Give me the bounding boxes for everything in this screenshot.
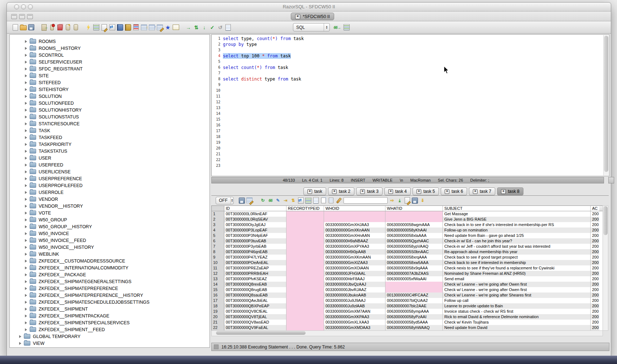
table-cell[interactable]: 200	[591, 287, 599, 292]
table-cell[interactable]: 200	[591, 271, 599, 276]
table-cell[interactable]: 00T3000000P3N4pEAF	[224, 233, 286, 238]
table-cell[interactable]: 00T3000000QV9FaEAL	[224, 325, 286, 330]
tree-item-zkfedex__shipmatepreference__history[interactable]: ZKFEDEX__SHIPMATEPREFERENCE__HISTORY	[10, 292, 210, 299]
tree-item-vendor__history[interactable]: VENDOR__HISTORY	[10, 203, 210, 209]
disclosure-triangle-icon[interactable]	[25, 157, 27, 160]
table-cell[interactable]: 00T3000000L0RknEAF	[224, 211, 286, 217]
table-cell[interactable]: Leanne to provide update to Bain	[443, 303, 591, 309]
table-cell[interactable]: 200	[591, 222, 599, 228]
editor-line[interactable]: 18	[212, 134, 609, 140]
add-connection-icon[interactable]	[48, 23, 56, 31]
export-results-icon[interactable]: ⤓	[397, 197, 403, 204]
table-cell[interactable]: 006300000058xlaAAA	[385, 233, 443, 238]
close-document-icon[interactable]: ✕	[295, 14, 300, 19]
tree-item-zkfedex__shipmatepreference[interactable]: ZKFEDEX__SHIPMATEPREFERENCE	[10, 285, 210, 292]
disconnect-icon[interactable]	[56, 23, 64, 31]
sort-ascending-icon[interactable]	[148, 23, 156, 31]
table-cell[interactable]	[286, 238, 324, 244]
table-cell[interactable]: 006300000058yd5AAA	[385, 320, 443, 325]
results-horizontal-scrollbar[interactable]	[211, 330, 603, 336]
edit-filter-icon[interactable]	[246, 197, 253, 204]
tree-item-zkfedex__shipmatescheduledjobssettings[interactable]: ZKFEDEX__SHIPMATESCHEDULEDJOBSSETTINGS	[10, 299, 210, 306]
table-cell[interactable]: 00T3000000QV8TjEAL	[224, 314, 286, 320]
document-tab[interactable]: ✕ *SFDCW50 II	[291, 13, 334, 20]
tree-item-taskfeed[interactable]: TASKFEED	[10, 134, 210, 141]
table-cell[interactable]	[286, 255, 324, 260]
tree-item-w50_group__history[interactable]: W50_GROUP__HISTORY	[10, 223, 210, 230]
tree-item-solutionfeed[interactable]: SOLUTIONFEED	[10, 100, 210, 107]
result-tab-task-6[interactable]: ✕task 6	[441, 187, 467, 195]
table-cell[interactable]: 00T3000000QV8wsEAD	[224, 320, 286, 325]
columns-list-icon[interactable]	[305, 197, 311, 204]
window-expand-icon[interactable]	[27, 14, 33, 19]
table-cell[interactable]: 0033000000GmXIZAA3	[324, 260, 385, 265]
explain-plan-icon[interactable]	[92, 23, 100, 31]
tree-item-vote[interactable]: VOTE	[10, 209, 210, 216]
table-row[interactable]: 1700T3000000QAeJbEAL0033000000Ju9J9AAJ00…	[212, 298, 603, 303]
table-cell[interactable]: 00T3000000P46qnEAB	[224, 249, 286, 255]
close-tab-icon[interactable]: ✕	[360, 189, 365, 194]
refresh-results-icon[interactable]: ↻	[260, 197, 266, 204]
disclosure-triangle-icon[interactable]	[25, 116, 27, 118]
close-tab-icon[interactable]: ✕	[332, 189, 337, 194]
disclosure-triangle-icon[interactable]	[25, 177, 27, 180]
disclosure-triangle-icon[interactable]	[25, 280, 27, 283]
tree-item-userlicense[interactable]: USERLICENSE	[10, 168, 210, 175]
table-row[interactable]: 1300T3000000PfvKSEAZ0033000000HirF8AAJ00…	[212, 276, 603, 282]
save-file-icon[interactable]	[27, 23, 35, 31]
table-cell[interactable]: 0033000000GmXKPAA3	[324, 314, 385, 320]
table-cell[interactable]: 200	[591, 320, 599, 325]
tree-item-sitehistory[interactable]: SITEHISTORY	[10, 86, 210, 93]
table-cell[interactable]: 00T3000000L0RqSEAV	[224, 217, 286, 222]
tree-item-sfdc_registrant[interactable]: SFDC_REGISTRANT	[10, 65, 210, 72]
table-cell[interactable]: 0033000000GmXLXAA3	[324, 320, 385, 325]
rollback-icon[interactable]	[72, 23, 79, 31]
disclosure-triangle-icon[interactable]	[25, 40, 27, 43]
table-cell[interactable]: Need update from David	[443, 325, 591, 330]
table-cell[interactable]	[385, 287, 443, 292]
tree-item-solutionstatus[interactable]: SOLUTIONSTATUS	[10, 113, 210, 120]
table-cell[interactable]: 200	[591, 228, 599, 233]
tree-item-zkfedex__shipmentpackage[interactable]: ZKFEDEX__SHIPMENTPACKAGE	[10, 312, 210, 319]
tree-item-staticresource[interactable]: STATICRESOURCE	[10, 120, 210, 127]
view-glasses-icon[interactable]: 66	[267, 197, 273, 204]
validate-check-icon[interactable]: ✓	[208, 23, 216, 31]
disclosure-triangle-icon[interactable]	[25, 232, 27, 235]
generate-script-icon[interactable]	[404, 197, 410, 204]
close-tab-icon[interactable]: ✕	[445, 189, 449, 194]
table-cell[interactable]	[286, 222, 324, 228]
stepper-icon[interactable]: ▲▼	[324, 23, 329, 31]
save-results-icon[interactable]	[239, 197, 245, 204]
table-cell[interactable]	[286, 217, 324, 222]
sort-updown-icon[interactable]: ⇅	[290, 197, 296, 204]
table-cell[interactable]: 00630000007blQUAA2	[385, 298, 443, 303]
disclosure-triangle-icon[interactable]	[25, 246, 27, 249]
table-cell[interactable]: Re-approach about membership this year	[443, 249, 591, 255]
tree-item-taskpriority[interactable]: TASKPRIORITY	[10, 141, 210, 148]
disclosure-triangle-icon[interactable]	[25, 218, 27, 221]
table-row[interactable]: 400T3000000P3LopEAF0033000000GmXKnAAN006…	[212, 228, 603, 233]
table-cell[interactable]: 00T3000000Q8sauEAB	[224, 292, 286, 298]
editor-scrollbar[interactable]	[603, 35, 609, 176]
disclosure-triangle-icon[interactable]	[25, 301, 27, 304]
execute-sql-icon[interactable]	[85, 23, 92, 31]
table-cell[interactable]	[286, 211, 324, 217]
save-grid-icon[interactable]	[412, 197, 418, 204]
sync-arrows-icon[interactable]: ⇅	[193, 23, 200, 31]
column-header-subject[interactable]: SUBJECT	[443, 206, 591, 211]
tree-item-weblink[interactable]: WEBLINK	[10, 251, 210, 257]
edit-sql-icon[interactable]	[100, 23, 108, 31]
disclosure-triangle-icon[interactable]	[25, 95, 27, 98]
disclosure-triangle-icon[interactable]	[25, 150, 27, 153]
table-cell[interactable]	[286, 276, 324, 282]
tree-item-userpreference[interactable]: USERPREFERENCE	[10, 175, 210, 182]
commit-icon[interactable]	[64, 23, 72, 31]
disclosure-triangle-icon[interactable]	[25, 129, 27, 132]
disclosure-triangle-icon[interactable]	[25, 239, 27, 242]
table-row[interactable]: 1100T3000000PREZaEAP0033000000GmXOiAAN00…	[212, 265, 603, 271]
tree-item-solution[interactable]: SOLUTION	[10, 93, 210, 100]
tree-item-userrole[interactable]: USERROLE	[10, 189, 210, 196]
result-tab-task[interactable]: ✕task	[303, 187, 326, 195]
describe-list-icon[interactable]	[343, 23, 350, 31]
table-cell[interactable]	[286, 244, 324, 249]
